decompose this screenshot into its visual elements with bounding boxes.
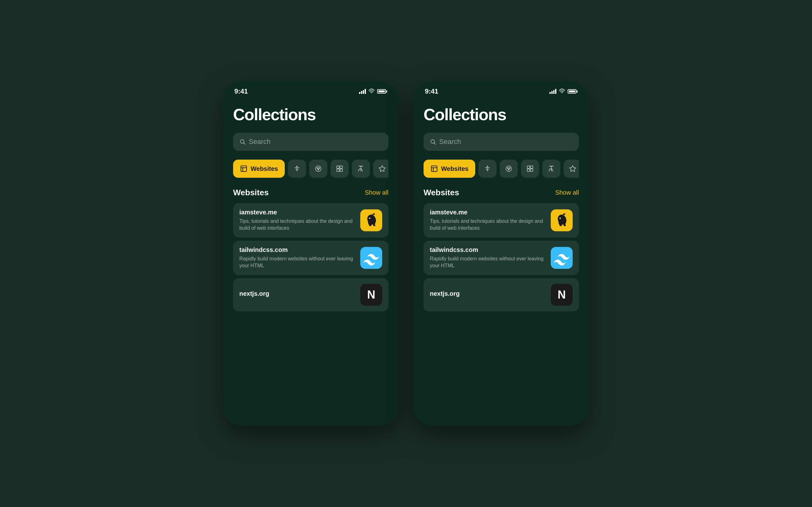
- card-iamsteve-right[interactable]: iamsteve.me Tips, tutorials and techniqu…: [423, 203, 579, 237]
- tab-art-left[interactable]: [309, 160, 327, 178]
- signal-bar-2: [361, 91, 362, 94]
- show-all-right[interactable]: Show all: [555, 189, 579, 196]
- tab-websites-label-right: Websites: [441, 165, 468, 172]
- status-bar-right: 9:41: [413, 81, 589, 99]
- category-tabs-right: Websites: [423, 160, 579, 178]
- tab-accessibility-left[interactable]: [288, 160, 306, 178]
- svg-rect-2: [241, 166, 247, 171]
- tab-typography-left[interactable]: [352, 160, 370, 178]
- typography-icon-right: [548, 165, 555, 172]
- card-icon-iamsteve-left: [360, 209, 382, 231]
- card-iamsteve-left[interactable]: iamsteve.me Tips, tutorials and techniqu…: [233, 203, 389, 237]
- tab-star-right[interactable]: [564, 160, 579, 178]
- tab-websites-left[interactable]: Websites: [233, 160, 285, 178]
- phone-content-right: Collections Search Websites: [413, 99, 589, 426]
- card-text-iamsteve-right: iamsteve.me Tips, tutorials and techniqu…: [430, 209, 546, 232]
- svg-rect-32: [527, 169, 530, 171]
- tab-layout-right[interactable]: [521, 160, 539, 178]
- svg-point-39: [559, 218, 561, 219]
- signal-bar-r4: [555, 89, 556, 94]
- card-title-tailwind-left: tailwindcss.com: [239, 246, 355, 253]
- signal-bar-1: [359, 92, 360, 94]
- svg-marker-18: [379, 166, 385, 171]
- svg-line-34: [549, 169, 550, 171]
- websites-tab-icon-right: [430, 165, 438, 172]
- battery-icon-left: [377, 89, 387, 94]
- tab-star-left[interactable]: [373, 160, 389, 178]
- show-all-left[interactable]: Show all: [365, 189, 389, 196]
- svg-rect-11: [340, 166, 342, 168]
- card-nextjs-right[interactable]: nextjs.org N: [423, 278, 579, 312]
- svg-point-5: [297, 166, 298, 167]
- card-desc-tailwind-left: Rapidly build modern websites without ev…: [239, 256, 355, 270]
- svg-rect-30: [527, 166, 530, 168]
- signal-bar-3: [363, 90, 364, 94]
- wifi-icon-left: [368, 88, 375, 95]
- card-nextjs-left[interactable]: nextjs.org N: [233, 278, 389, 312]
- status-time-left: 9:41: [234, 87, 248, 96]
- svg-line-14: [358, 169, 359, 171]
- svg-point-6: [315, 166, 321, 171]
- card-title-iamsteve-right: iamsteve.me: [430, 209, 546, 216]
- svg-line-15: [361, 169, 362, 171]
- nextjs-n-right: N: [558, 288, 566, 301]
- card-title-iamsteve-left: iamsteve.me: [239, 209, 355, 216]
- star-icon-right: [569, 165, 576, 172]
- section-title-right: Websites: [423, 188, 459, 198]
- search-placeholder-left: Search: [249, 138, 271, 146]
- tab-accessibility-right[interactable]: [478, 160, 497, 178]
- tab-layout-left[interactable]: [331, 160, 349, 178]
- card-desc-iamsteve-right: Tips, tutorials and techniques about the…: [430, 218, 546, 232]
- card-title-nextjs-right: nextjs.org: [430, 290, 546, 297]
- svg-point-29: [508, 169, 509, 170]
- section-header-right: Websites Show all: [423, 188, 579, 198]
- art-icon-left: [314, 165, 322, 172]
- tab-websites-right[interactable]: Websites: [423, 160, 475, 178]
- signal-bar-r2: [551, 91, 553, 94]
- svg-rect-10: [337, 166, 339, 168]
- svg-line-21: [434, 143, 436, 145]
- page-title-left: Collections: [233, 105, 389, 124]
- svg-line-1: [244, 143, 245, 145]
- card-icon-iamsteve-right: [551, 209, 573, 231]
- status-time-right: 9:41: [425, 87, 438, 96]
- websites-tab-icon-left: [240, 165, 248, 172]
- card-text-nextjs-right: nextjs.org: [430, 290, 546, 299]
- accessibility-icon-left: [293, 165, 301, 172]
- accessibility-icon-right: [484, 165, 491, 172]
- phone-content-left: Collections Search Websites: [223, 99, 399, 426]
- card-icon-nextjs-right: N: [551, 284, 573, 306]
- svg-marker-38: [569, 166, 576, 171]
- star-icon-left: [378, 165, 386, 172]
- search-bar-left[interactable]: Search: [233, 133, 389, 151]
- section-title-left: Websites: [233, 188, 269, 198]
- card-icon-tailwind-left: [360, 247, 382, 269]
- phone-frame-right: 9:41 Collectio: [413, 81, 589, 426]
- card-tailwind-left[interactable]: tailwindcss.com Rapidly build modern web…: [233, 241, 389, 275]
- svg-point-9: [318, 169, 319, 170]
- svg-point-26: [506, 166, 512, 171]
- card-tailwind-right[interactable]: tailwindcss.com Rapidly build modern web…: [423, 241, 579, 275]
- svg-rect-12: [337, 169, 339, 171]
- section-header-left: Websites Show all: [233, 188, 389, 198]
- search-bar-right[interactable]: Search: [423, 133, 579, 151]
- signal-icon-left: [359, 89, 366, 94]
- svg-point-19: [369, 218, 370, 219]
- wifi-icon-right: [559, 88, 565, 95]
- horse-svg-right: [554, 213, 569, 228]
- layout-icon-left: [336, 165, 343, 172]
- svg-point-25: [487, 166, 488, 167]
- tab-typography-right[interactable]: [542, 160, 560, 178]
- tailwind-svg-left: [363, 250, 379, 266]
- svg-rect-13: [340, 169, 342, 171]
- status-icons-right: [550, 88, 578, 95]
- status-icons-left: [359, 88, 387, 95]
- page-wrapper: 9:41 Collectio: [0, 0, 812, 507]
- tab-art-right[interactable]: [500, 160, 518, 178]
- card-desc-tailwind-right: Rapidly build modern websites without ev…: [430, 256, 546, 270]
- horse-svg-left: [363, 213, 379, 228]
- tailwind-svg-right: [554, 250, 569, 266]
- signal-bar-r1: [550, 92, 551, 94]
- svg-point-28: [509, 168, 510, 169]
- card-icon-nextjs-left: N: [360, 284, 382, 306]
